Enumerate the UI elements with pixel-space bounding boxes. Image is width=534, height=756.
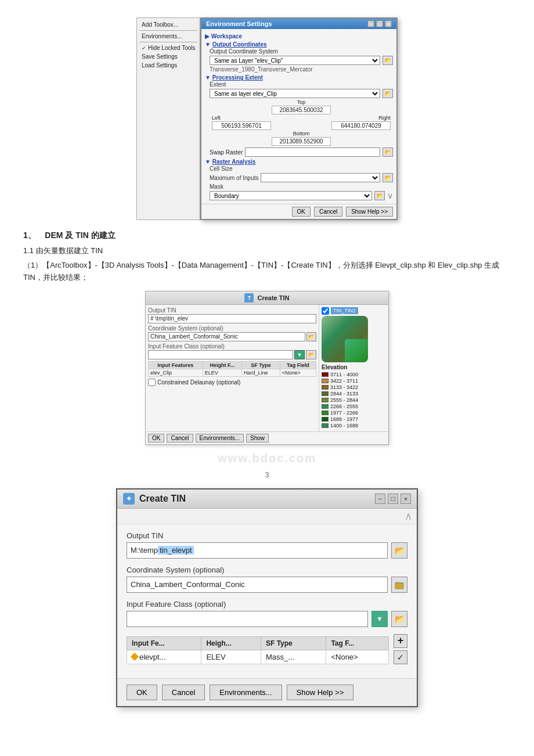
small-ok-btn[interactable]: OK <box>148 434 164 442</box>
left-extent-val[interactable]: 506193.596701 <box>212 121 271 130</box>
features-table-area: Input Fe... Heigh... SF Type Tag F... el… <box>127 634 407 665</box>
small-coord-browse-btn[interactable]: 📂 <box>306 332 316 341</box>
small-feature-class-label: Input Feature Class (optional) <box>148 343 316 350</box>
large-dialog-title-bar: ✦ Create TIN − □ × <box>117 489 417 509</box>
swap-raster-btn[interactable]: 📂 <box>383 147 393 157</box>
large-dialog-bottom-bar: OK Cancel Environments... Show Help >> <box>117 678 417 706</box>
small-environments-btn[interactable]: Environments... <box>196 434 244 442</box>
coord-system-browse-btn[interactable] <box>391 577 407 593</box>
output-coord-browse-btn[interactable]: 📂 <box>383 56 393 65</box>
svg-rect-0 <box>395 583 403 589</box>
environments-menu-item[interactable]: Environments... <box>139 32 197 41</box>
output-tin-input[interactable]: M:\temptin_elevpt <box>127 542 388 559</box>
small-coord-label: Coordinate System (optional) <box>148 325 316 332</box>
legend-row-6: 2266 - 2555 <box>322 404 386 409</box>
large-table-cell-feature: elevpt... <box>127 650 201 664</box>
small-feature-class-input[interactable] <box>148 350 293 359</box>
env-show-help-btn[interactable]: Show Help >> <box>346 207 393 217</box>
table-cell-input-features: elev_Clip <box>149 369 203 376</box>
max-inputs-select[interactable] <box>261 173 380 182</box>
environment-settings-dialog: Environment Settings − □ × ▶ Workspace ▼… <box>200 17 398 220</box>
processing-extent-title: ▼ Processing Extent <box>205 74 393 81</box>
small-coord-input[interactable]: China_Lambert_Conformal_Sonic <box>148 332 305 341</box>
large-table-header-tag-f: Tag F... <box>326 636 389 650</box>
tin-tin-checkbox[interactable] <box>322 307 329 315</box>
large-dialog-body: Output TIN M:\temptin_elevpt 📂 Coordinat… <box>117 524 417 679</box>
large-table-header-input-fe: Input Fe... <box>127 636 201 650</box>
max-inputs-btn[interactable]: 📂 <box>383 173 393 182</box>
transverse-text: Transverse_1980_Transverse_Mercator <box>210 66 313 73</box>
small-dialog-bottom: OK Cancel Environments... Show <box>146 431 388 444</box>
small-dialog-title: Create TIN <box>257 294 289 301</box>
input-feature-dropdown-btn[interactable]: ▼ <box>371 611 388 627</box>
body-text-1: （1）【ArcToolbox】-【3D Analysis Tools】-【Dat… <box>23 260 511 284</box>
extent-browse-btn[interactable]: 📂 <box>383 89 393 98</box>
mask-label: Mask <box>210 183 230 190</box>
env-dialog-title-bar: Environment Settings − □ × <box>201 19 396 29</box>
legend-row-2: 3422 - 3711 <box>322 378 386 384</box>
large-dialog-icon: ✦ <box>123 493 135 505</box>
output-tin-label: Output TIN <box>127 531 407 540</box>
bottom-extent-val[interactable]: 2013089.552900 <box>272 137 331 146</box>
large-table-cell-tag: <None> <box>326 650 389 664</box>
output-tin-browse-btn[interactable]: 📂 <box>391 542 407 559</box>
table-cell-sf-type: Hard_Line <box>241 369 280 376</box>
load-settings-menu-item[interactable]: Load Settings <box>139 61 197 70</box>
input-feature-select[interactable] <box>127 611 368 627</box>
legend-row-3: 3133 - 3422 <box>322 384 386 390</box>
large-dialog-minimize-btn[interactable]: − <box>375 494 385 504</box>
output-tin-path: M:\temp <box>131 546 158 555</box>
watermark: www.bdoc.com <box>23 452 511 465</box>
table-cell-height: ELEV <box>203 369 241 376</box>
output-coords-section-title: ▼ Output Coordinates <box>205 41 393 48</box>
save-settings-menu-item[interactable]: Save Settings <box>139 52 197 61</box>
hide-locked-menu-item[interactable]: ✓ Hide Locked Tools <box>139 44 197 52</box>
page-number: 3 <box>23 471 511 479</box>
folder-icon <box>395 580 404 589</box>
env-dialog-win-buttons: − □ × <box>367 20 392 27</box>
create-tin-small-dialog: T Create TIN Output TIN # \tmp\tin_elev … <box>145 291 389 445</box>
large-cancel-btn[interactable]: Cancel <box>162 685 205 700</box>
large-show-help-btn[interactable]: Show Help >> <box>287 685 354 700</box>
table-check-btn[interactable]: ✓ <box>394 650 407 664</box>
input-feature-browse-btn[interactable]: 📂 <box>391 611 407 627</box>
table-row: elev_Clip ELEV Hard_Line <None> <box>149 369 316 376</box>
legend-row-4: 2844 - 3133 <box>322 391 386 397</box>
boundary-select[interactable]: Boundary <box>210 191 372 200</box>
right-extent-val[interactable]: 644180.074029 <box>331 121 391 130</box>
large-dialog-win-buttons: − □ × <box>375 494 411 504</box>
add-toolbox-menu-item[interactable]: Add Toolbox... <box>139 20 197 29</box>
small-output-tin-input[interactable]: # \tmp\tin_elev <box>148 314 316 323</box>
large-ok-btn[interactable]: OK <box>127 685 157 700</box>
large-table-header-heigh: Heigh... <box>201 636 261 650</box>
env-cancel-btn[interactable]: Cancel <box>314 207 342 217</box>
env-ok-btn[interactable]: OK <box>292 207 311 217</box>
small-feature-class-browse-btn[interactable]: 📂 <box>306 350 316 359</box>
section1-heading: 1、 DEM 及 TIN 的建立 <box>23 231 511 241</box>
top-extent-val[interactable]: 2083645.500032 <box>272 106 331 114</box>
env-dialog-maximize-btn[interactable]: □ <box>376 20 383 27</box>
constrained-checkbox[interactable] <box>148 379 156 386</box>
boundary-btn[interactable]: 📂 <box>374 191 385 200</box>
small-show-btn[interactable]: Show <box>246 434 269 442</box>
large-environments-btn[interactable]: Environments... <box>210 685 282 700</box>
table-add-btn[interactable]: + <box>394 634 407 648</box>
table-header-tag-field: Tag Field <box>280 361 316 369</box>
small-cancel-btn[interactable]: Cancel <box>167 434 193 442</box>
extent-type-label: Extent <box>210 81 230 88</box>
env-dialog-bottom-bar: OK Cancel Show Help >> <box>201 204 396 219</box>
checkmark-icon: ✓ <box>142 45 146 51</box>
feature-diamond-icon <box>131 653 139 661</box>
section1-1-heading: 1.1 由矢量数据建立 TIN <box>23 246 511 256</box>
large-features-table: Input Fe... Heigh... SF Type Tag F... el… <box>127 636 389 665</box>
env-dialog-minimize-btn[interactable]: − <box>367 20 374 27</box>
small-feature-class-dropdown-btn[interactable]: ▼ <box>294 350 305 359</box>
large-dialog-maximize-btn[interactable]: □ <box>388 494 398 504</box>
legend-row-8: 1688 - 1977 <box>322 416 386 422</box>
large-dialog-close-btn[interactable]: × <box>400 494 411 504</box>
env-dialog-close-btn[interactable]: × <box>385 20 392 27</box>
output-coord-select[interactable]: Same as Layer "elev_Clip" <box>210 56 380 65</box>
extent-select[interactable]: Same as layer elev_Clip <box>210 89 380 98</box>
input-feature-group: Input Feature Class (optional) ▼ 📂 <box>127 600 407 627</box>
coord-system-input[interactable]: China_Lambert_Conformal_Conic <box>127 577 388 593</box>
